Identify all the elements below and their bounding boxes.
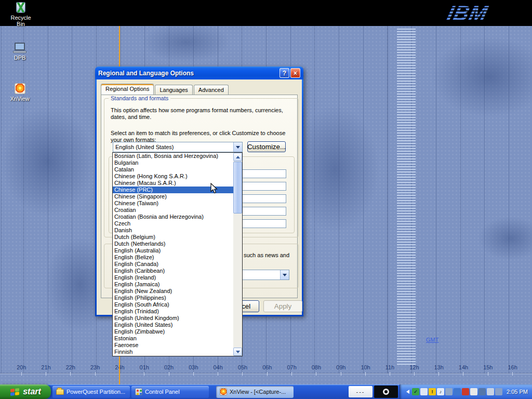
hour-label: 11h (385, 364, 395, 376)
hour-label: 02h (164, 364, 174, 376)
hour-tick (95, 372, 96, 376)
format-combobox[interactable]: English (United States) (113, 142, 243, 152)
taskbar-clock[interactable]: 2:05 PM (507, 389, 528, 395)
hour-label: 10h (361, 364, 370, 376)
hour-label: 05h (238, 364, 247, 376)
language-option[interactable]: Croatian (113, 207, 233, 214)
dpb-label: DPB (5, 55, 35, 61)
language-option[interactable]: English (South Africa) (113, 301, 233, 308)
language-option[interactable]: English (Zimbabwe) (113, 328, 233, 335)
task-scheduler-icon[interactable] (470, 388, 477, 395)
recycle-bin-icon (16, 2, 25, 13)
task-button-powerquest[interactable]: PowerQuest Partition... (52, 386, 130, 398)
hour-label: 07h (287, 364, 296, 376)
start-button[interactable]: start (0, 384, 51, 399)
hour-tick (414, 372, 415, 376)
volume-icon[interactable]: ♪ (437, 388, 444, 395)
close-button[interactable]: × (290, 68, 300, 78)
format-combobox-value: English (United States) (115, 144, 174, 150)
location-dropdown-button[interactable] (280, 270, 289, 280)
security-alert-icon[interactable]: ! (429, 388, 436, 395)
firewall-icon[interactable] (462, 388, 469, 395)
language-option[interactable]: Chinese (Hong Kong S.A.R.) (113, 173, 233, 180)
language-option[interactable]: English (Canada) (113, 261, 233, 268)
desktop-icon-xnview[interactable]: XnView (5, 83, 35, 102)
tab-advanced[interactable]: Advanced (194, 85, 229, 95)
removable-device-icon[interactable] (487, 388, 494, 395)
windows-update-icon[interactable] (420, 388, 428, 395)
dialog-titlebar[interactable]: Regional and Language Options ? × (95, 66, 303, 79)
hour-label: 01h (140, 364, 149, 376)
language-option[interactable]: Catalan (113, 166, 233, 173)
hour-label: 09h (336, 364, 345, 376)
scrollbar-thumb[interactable] (233, 162, 242, 214)
language-option[interactable]: Bosnian (Latin, Bosnia and Herzegovina) (113, 153, 233, 159)
format-dropdown-list: Bosnian (Latin, Bosnia and Herzegovina)B… (112, 152, 243, 356)
language-option[interactable]: Dutch (Netherlands) (113, 241, 233, 247)
disc-icon (383, 389, 389, 395)
messenger-icon[interactable] (454, 388, 461, 395)
hour-label: 14h (459, 364, 468, 376)
hour-tick (341, 372, 341, 376)
hour-label: 16h (508, 364, 517, 376)
language-option[interactable]: English (United Kingdom) (113, 315, 233, 322)
clock-sync-icon[interactable] (495, 388, 502, 395)
desktop-icon-dpb[interactable]: DPB (5, 43, 35, 61)
scroll-down-button[interactable] (233, 348, 242, 356)
scroll-up-button[interactable] (233, 153, 242, 161)
tab-languages[interactable]: Languages (155, 85, 192, 95)
language-option[interactable]: Faeroese (113, 342, 233, 349)
language-option[interactable]: Chinese (Taiwan) (113, 200, 233, 207)
language-option[interactable]: Estonian (113, 335, 233, 342)
customize-button[interactable]: Customize... (247, 141, 286, 152)
hour-label: 22h (66, 364, 75, 376)
language-option[interactable]: English (New Zealand) (113, 288, 233, 295)
hour-tick (463, 372, 463, 376)
standards-description: This option affects how some programs fo… (111, 107, 294, 121)
language-option[interactable]: Danish (113, 227, 233, 234)
close-icon: × (294, 70, 297, 77)
arrow-down-icon (236, 351, 240, 355)
tab-regional-options[interactable]: Regional Options (101, 84, 154, 95)
language-option[interactable]: English (Trinidad) (113, 308, 233, 315)
language-option[interactable]: Finnish (113, 349, 233, 355)
task-label: XnView - [<Capture-... (230, 389, 286, 395)
quick-launch-segment[interactable] (374, 385, 398, 398)
dropdown-scrollbar[interactable] (233, 153, 242, 356)
language-option[interactable]: Czech (113, 220, 233, 227)
language-option[interactable]: English (Australia) (113, 247, 233, 254)
language-option[interactable]: English (Jamaica) (113, 281, 233, 288)
hour-tick (390, 372, 390, 376)
hour-tick (193, 372, 194, 376)
language-option[interactable]: Croatian (Bosnia and Herzegovina) (113, 214, 233, 220)
desktop-icon-recycle-bin[interactable]: Recycle Bin (6, 2, 36, 27)
hour-tick (291, 372, 292, 376)
network-status-icon[interactable] (478, 388, 486, 395)
tray-collapse-icon[interactable] (404, 390, 409, 394)
language-option[interactable]: Dutch (Belgium) (113, 234, 233, 241)
language-option[interactable]: English (United States) (113, 322, 233, 328)
hour-label: 15h (483, 364, 493, 376)
xnview-label: XnView (5, 96, 35, 102)
standards-group-title: Standards and formats (109, 95, 170, 101)
language-option[interactable]: English (Ireland) (113, 274, 233, 281)
help-button[interactable]: ? (280, 68, 289, 78)
language-option[interactable]: English (Belize) (113, 254, 233, 261)
combobox-dropdown-button[interactable] (233, 142, 242, 152)
hour-tick (365, 372, 366, 376)
task-button-control-panel[interactable]: Control Panel (131, 386, 209, 398)
ibm-logo: IBM (445, 2, 490, 24)
tray-icons: ✓!♪ (412, 388, 502, 395)
display-settings-icon[interactable] (445, 388, 453, 395)
language-option[interactable]: English (Caribbean) (113, 268, 233, 274)
hour-label: 20h (17, 364, 26, 376)
folder-icon (56, 389, 64, 395)
arrow-up-icon (236, 154, 240, 158)
task-button-xnview[interactable]: XnView - [<Capture-... (216, 386, 294, 398)
language-option[interactable]: Bulgarian (113, 159, 233, 166)
dateline-hatch-band (397, 29, 416, 366)
language-option[interactable]: English (Philippines) (113, 295, 233, 301)
antivirus-status-icon[interactable]: ✓ (412, 388, 419, 395)
hour-label: 03h (189, 364, 198, 376)
taskbar-overflow-button[interactable]: --- (349, 386, 373, 397)
